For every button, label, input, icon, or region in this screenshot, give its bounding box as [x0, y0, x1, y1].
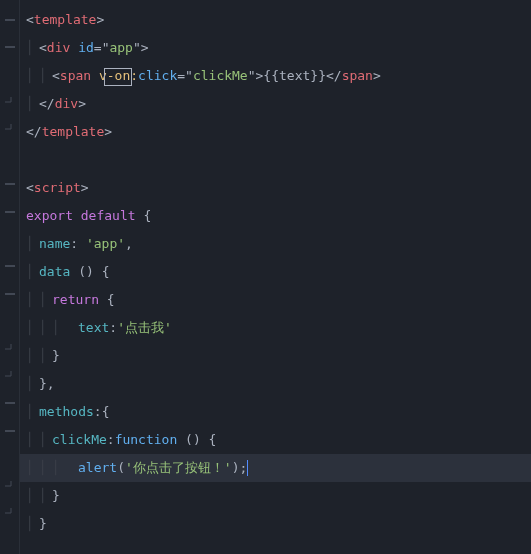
gutter-blank	[0, 307, 19, 334]
bracket: >	[96, 12, 104, 27]
gutter-blank	[0, 445, 19, 472]
svg-rect-1	[5, 46, 15, 48]
fold-icon[interactable]	[0, 198, 19, 225]
keyword: default	[81, 208, 136, 223]
tag-name: template	[34, 12, 97, 27]
code-line[interactable]: │},	[26, 370, 531, 398]
fold-icon[interactable]	[0, 253, 19, 280]
code-line[interactable]: │││ text:'点击我'	[26, 314, 531, 342]
svg-rect-3	[5, 211, 15, 213]
gutter-blank	[0, 225, 19, 252]
code-line[interactable]: │}	[26, 510, 531, 538]
gutter-blank	[0, 61, 19, 88]
event-name: click	[138, 68, 177, 83]
fold-close-icon	[0, 499, 19, 526]
bracket: <	[26, 12, 34, 27]
fold-close-icon	[0, 472, 19, 499]
svg-rect-7	[5, 430, 15, 432]
fold-icon[interactable]	[0, 390, 19, 417]
code-line[interactable]: <template>	[26, 6, 531, 34]
attr-value: app	[109, 40, 132, 55]
code-line[interactable]: </template>	[26, 118, 531, 146]
tag-name: template	[42, 124, 105, 139]
text-cursor	[247, 460, 248, 476]
fold-icon[interactable]	[0, 280, 19, 307]
tag-name: script	[34, 180, 81, 195]
code-editor[interactable]: <template> │<div id="app"> ││<span v-on:…	[20, 0, 531, 554]
function-call: alert	[78, 460, 117, 475]
svg-rect-2	[5, 183, 15, 185]
code-line[interactable]: ││}	[26, 342, 531, 370]
property-name: text	[78, 320, 109, 335]
code-line[interactable]: │methods:{	[26, 398, 531, 426]
method-name: clickMe	[52, 432, 107, 447]
svg-rect-6	[5, 402, 15, 404]
code-line[interactable]: │<div id="app">	[26, 34, 531, 62]
fold-icon[interactable]	[0, 170, 19, 197]
fold-close-icon	[0, 335, 19, 362]
gutter	[0, 0, 20, 554]
tag-name: span	[60, 68, 91, 83]
svg-rect-4	[5, 265, 15, 267]
tag-name: div	[55, 96, 78, 111]
code-line-active[interactable]: │││ alert('你点击了按钮！');	[20, 454, 531, 482]
fold-icon[interactable]	[0, 33, 19, 60]
property-name: name	[39, 236, 70, 251]
svg-rect-0	[5, 19, 15, 21]
string: 点击我	[125, 320, 164, 335]
gutter-blank	[0, 143, 19, 170]
keyword: return	[52, 292, 99, 307]
mustache: {{text}}	[263, 68, 326, 83]
string: 你点击了按钮！	[133, 460, 224, 475]
directive: v-on:	[99, 68, 138, 83]
code-line[interactable]: │name: 'app',	[26, 230, 531, 258]
fold-icon[interactable]	[0, 6, 19, 33]
attr-value: clickMe	[193, 68, 248, 83]
property-name: methods	[39, 404, 94, 419]
attr-name: id	[78, 40, 94, 55]
code-line[interactable]: │</div>	[26, 90, 531, 118]
code-line[interactable]: <script>	[26, 174, 531, 202]
gutter-blank	[0, 527, 19, 554]
string: app	[94, 236, 117, 251]
code-line[interactable]: ││}	[26, 482, 531, 510]
fold-close-icon	[0, 88, 19, 115]
bracket: <	[39, 40, 47, 55]
code-line[interactable]: ││<span v-on:click="clickMe">{{text}}</s…	[26, 62, 531, 90]
fold-close-icon	[0, 116, 19, 143]
keyword: function	[115, 432, 178, 447]
code-line[interactable]: ││clickMe:function () {	[26, 426, 531, 454]
fold-icon[interactable]	[0, 417, 19, 444]
keyword: export	[26, 208, 73, 223]
code-line[interactable]: │data () {	[26, 258, 531, 286]
code-line[interactable]	[26, 146, 531, 174]
code-line[interactable]: export default {	[26, 202, 531, 230]
code-line[interactable]: ││return {	[26, 286, 531, 314]
svg-rect-5	[5, 293, 15, 295]
property-name: data	[39, 264, 70, 279]
tag-name: div	[47, 40, 70, 55]
fold-close-icon	[0, 362, 19, 389]
